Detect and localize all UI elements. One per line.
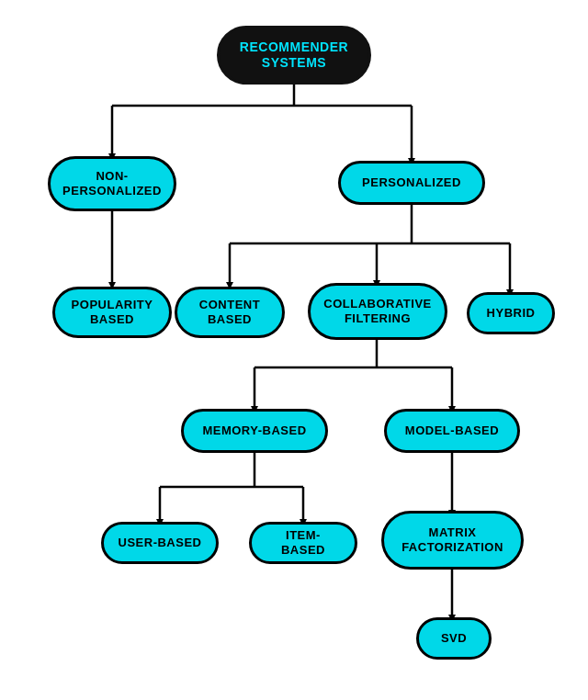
node-matrix-factorization: MATRIXFACTORIZATION [381, 511, 524, 570]
node-model-based: MODEL-BASED [384, 409, 520, 453]
connector-lines [0, 0, 588, 700]
node-content-based: CONTENTBASED [175, 287, 285, 338]
node-non-personalized: NON-PERSONALIZED [48, 156, 176, 211]
node-recommender-systems: RECOMMENDERSYSTEMS [217, 26, 371, 85]
node-item-based: ITEM-BASED [249, 522, 357, 564]
node-svd: SVD [416, 617, 492, 660]
node-hybrid: HYBRID [467, 292, 555, 334]
node-popularity-based: POPULARITYBASED [52, 287, 172, 338]
node-user-based: USER-BASED [101, 522, 219, 564]
diagram: RECOMMENDERSYSTEMS NON-PERSONALIZED PERS… [0, 0, 588, 700]
node-memory-based: MEMORY-BASED [181, 409, 328, 453]
node-collaborative-filtering: COLLABORATIVEFILTERING [308, 283, 447, 340]
node-personalized: PERSONALIZED [338, 161, 485, 205]
